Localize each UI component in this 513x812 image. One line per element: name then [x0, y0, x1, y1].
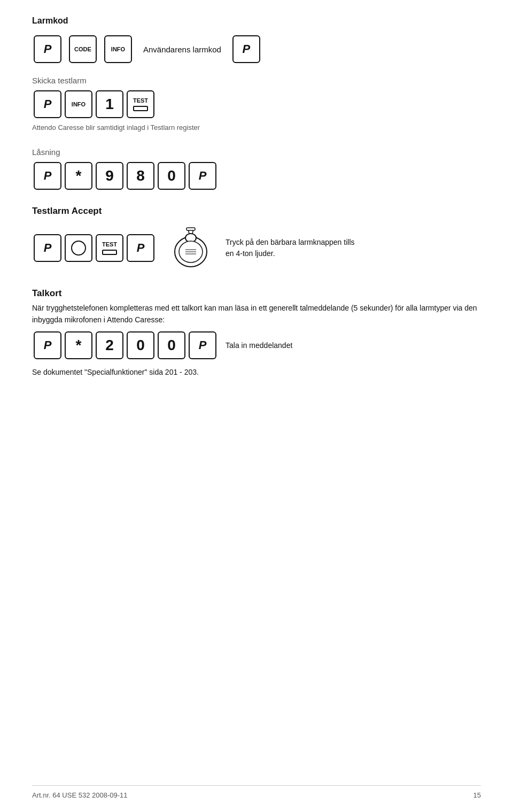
- key-0-las: 0: [158, 162, 185, 190]
- key-star-1: *: [65, 162, 92, 190]
- svg-rect-8: [186, 228, 195, 230]
- key-p-las-2: P: [189, 162, 216, 190]
- testlarm-accept-section: Testlarm Accept P TEST P: [32, 206, 481, 272]
- testlarm-accept-title: Testlarm Accept: [32, 206, 481, 216]
- skicka-testlarm-label: Skicka testlarm: [32, 76, 481, 85]
- footer-left: Art.nr. 64 USE 532 2008-09-11: [32, 791, 128, 799]
- skicka-testlarm-keys-row: P INFO 1 TEST: [32, 90, 481, 118]
- key-0-talk-2: 0: [158, 331, 185, 359]
- test-label-2: TEST: [102, 242, 117, 248]
- lasning-keys-row: P * 9 8 0 P: [32, 162, 481, 190]
- tala-label: Tala in meddelandet: [226, 341, 292, 350]
- skicka-testlarm-section: Skicka testlarm P INFO 1 TEST Attendo Ca…: [32, 76, 481, 132]
- key-info-1: INFO: [104, 35, 132, 63]
- talkort-section: Talkort När trygghetstelefonen komplette…: [32, 288, 481, 376]
- key-test-2: TEST: [96, 234, 123, 262]
- key-p-talk-2: P: [189, 331, 216, 359]
- key-circle: [65, 234, 92, 262]
- talkort-body: När trygghetstelefonen kompletteras med …: [32, 302, 481, 326]
- footer-right: 15: [473, 791, 481, 799]
- key-info-2: INFO: [65, 90, 92, 118]
- skicka-testlarm-subtext: Attendo Caresse blir samtidigt inlagd i …: [32, 123, 481, 132]
- talkort-title: Talkort: [32, 288, 481, 299]
- key-0-talk-1: 0: [127, 331, 154, 359]
- testlarm-accept-description: Tryck på den bärbara larmknappen tills e…: [226, 237, 359, 259]
- key-p-1: P: [34, 35, 61, 63]
- footer: Art.nr. 64 USE 532 2008-09-11 15: [32, 785, 481, 799]
- key-p-acc-2: P: [127, 234, 154, 262]
- page-title: Larmkod: [32, 16, 481, 26]
- alarm-device-illustration: [167, 224, 215, 272]
- lasning-section: Låsning P * 9 8 0 P: [32, 148, 481, 190]
- test-label-1: TEST: [133, 98, 148, 104]
- key-p-las-1: P: [34, 162, 61, 190]
- key-p-2: P: [34, 90, 61, 118]
- key-p-trailing: P: [232, 35, 260, 63]
- key-p-talk-1: P: [34, 331, 61, 359]
- key-star-talk: *: [65, 331, 92, 359]
- test-rect-1: [133, 106, 148, 111]
- test-rect-2: [102, 250, 117, 255]
- testlarm-accept-keys: P TEST P: [32, 234, 156, 262]
- key-2: 2: [96, 331, 123, 359]
- testlarm-accept-row: P TEST P: [32, 224, 481, 272]
- key-p-acc-1: P: [34, 234, 61, 262]
- lasning-label: Låsning: [32, 148, 481, 157]
- specialfunktioner-text: Se dokumentet "Specialfunktioner" sida 2…: [32, 368, 481, 376]
- key-1: 1: [96, 90, 123, 118]
- key-9: 9: [96, 162, 123, 190]
- talkort-keys-row: P * 2 0 0 P Tala in meddelandet: [32, 331, 481, 359]
- circle-inner: [71, 241, 86, 256]
- header-label: Användarens larmkod: [143, 45, 221, 54]
- key-code: CODE: [69, 35, 97, 63]
- key-8: 8: [127, 162, 154, 190]
- larmkod-header-row: P CODE INFO Användarens larmkod P: [32, 35, 481, 63]
- key-test-1: TEST: [127, 90, 154, 118]
